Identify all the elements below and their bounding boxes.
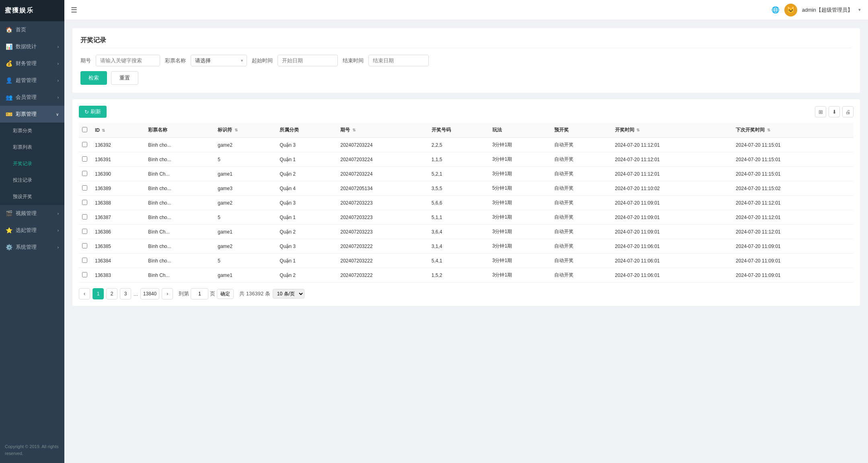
cell-winning-code: 2,2,5 bbox=[428, 138, 489, 152]
username-label[interactable]: admin【超级管理员】 bbox=[802, 6, 853, 14]
table-row: 136391 Bình cho... 5 Quận 1 202407203224… bbox=[79, 152, 854, 167]
chart-icon: 📊 bbox=[6, 43, 12, 50]
header-tag: 标识符 ⇅ bbox=[214, 123, 276, 138]
sort-icon[interactable]: ⇅ bbox=[767, 128, 770, 132]
pagination-goto: 到第 页 确定 bbox=[179, 288, 234, 299]
row-checkbox[interactable] bbox=[82, 156, 87, 162]
cell-category: Quận 3 bbox=[276, 138, 337, 152]
sidebar-item-lottery[interactable]: 🎫 彩票管理 ∨ bbox=[0, 106, 64, 123]
cell-tag: game1 bbox=[214, 167, 276, 181]
sidebar: 蜜獲娱乐 🏠 首页 📊 数据统计 › 💰 财务管理 › 👤 超管管理 › 👥 会… bbox=[0, 0, 64, 463]
toolbar-icons: ⊞ ⬇ 🖨 bbox=[815, 106, 854, 117]
end-time-input[interactable] bbox=[368, 55, 429, 66]
row-checkbox[interactable] bbox=[82, 185, 87, 191]
sidebar-item-lottery-category[interactable]: 彩票分类 bbox=[0, 123, 64, 139]
menu-toggle-button[interactable]: ☰ bbox=[71, 6, 77, 14]
row-checkbox[interactable] bbox=[82, 272, 87, 277]
sidebar-subitem-label: 彩票分类 bbox=[13, 127, 32, 134]
cell-award-time: 2024-07-20 11:10:02 bbox=[612, 181, 733, 196]
filter-row: 期号 彩票名称 请选择 起始时间 结束时间 bbox=[80, 55, 852, 66]
cell-play: 3分钟1期 bbox=[489, 167, 551, 181]
pagination-page-last[interactable]: 13840 bbox=[140, 288, 159, 299]
row-checkbox[interactable] bbox=[82, 229, 87, 234]
sidebar-item-label: 数据统计 bbox=[16, 43, 37, 50]
sort-icon[interactable]: ⇅ bbox=[234, 128, 238, 132]
search-button[interactable]: 检索 bbox=[80, 71, 107, 85]
sidebar-item-label: 视频管理 bbox=[16, 210, 37, 217]
cell-award-time: 2024-07-20 11:09:01 bbox=[612, 196, 733, 210]
row-checkbox[interactable] bbox=[82, 214, 87, 219]
print-icon[interactable]: 🖨 bbox=[842, 106, 854, 117]
avatar: 🐱 bbox=[784, 4, 797, 16]
refresh-icon: ↻ bbox=[84, 109, 89, 115]
cell-pre-award: 自动开奖 bbox=[551, 254, 612, 268]
cell-id: 136383 bbox=[92, 268, 145, 283]
cell-next-award-time: 2024-07-20 11:09:01 bbox=[732, 254, 854, 268]
cell-winning-code: 1,1,5 bbox=[428, 152, 489, 167]
sidebar-item-election[interactable]: ⭐ 选妃管理 › bbox=[0, 222, 64, 239]
cell-period: 202407203222 bbox=[337, 254, 428, 268]
pagination-ellipsis: ... bbox=[134, 291, 138, 297]
globe-icon[interactable]: 🌐 bbox=[771, 6, 780, 14]
cell-lottery-name: Bình Ch... bbox=[145, 167, 214, 181]
sidebar-item-label: 选妃管理 bbox=[16, 227, 37, 234]
row-checkbox-cell bbox=[79, 268, 92, 283]
sidebar-item-member[interactable]: 👥 会员管理 › bbox=[0, 89, 64, 106]
refresh-button[interactable]: ↻ 刷新 bbox=[79, 106, 107, 118]
sidebar-item-lottery-list[interactable]: 彩票列表 bbox=[0, 139, 64, 156]
row-checkbox[interactable] bbox=[82, 258, 87, 263]
sidebar-item-pre-lottery[interactable]: 预设开奖 bbox=[0, 188, 64, 205]
start-time-input[interactable] bbox=[278, 55, 338, 66]
topbar-right: 🌐 🐱 admin【超级管理员】 ▼ bbox=[771, 4, 862, 16]
pagination-prev[interactable]: ‹ bbox=[79, 288, 90, 299]
cell-tag: game2 bbox=[214, 239, 276, 254]
goto-confirm-button[interactable]: 确定 bbox=[217, 289, 234, 299]
pagination-next[interactable]: › bbox=[162, 288, 173, 299]
pagination-page-1[interactable]: 1 bbox=[93, 288, 104, 299]
select-all-checkbox[interactable] bbox=[82, 127, 87, 132]
row-checkbox[interactable] bbox=[82, 142, 87, 147]
goto-input[interactable] bbox=[191, 288, 208, 299]
download-icon[interactable]: ⬇ bbox=[829, 106, 840, 117]
reset-button[interactable]: 重置 bbox=[111, 71, 138, 85]
sidebar-item-data[interactable]: 📊 数据统计 › bbox=[0, 38, 64, 55]
table-row: 136385 Bình cho... game2 Quận 3 20240720… bbox=[79, 239, 854, 254]
cell-id: 136387 bbox=[92, 210, 145, 225]
cell-next-award-time: 2024-07-20 11:12:01 bbox=[732, 210, 854, 225]
sort-icon[interactable]: ⇅ bbox=[102, 128, 105, 133]
pagination-page-3[interactable]: 3 bbox=[120, 288, 131, 299]
row-checkbox[interactable] bbox=[82, 243, 87, 248]
cell-category: Quận 2 bbox=[276, 167, 337, 181]
lottery-name-select[interactable]: 请选择 bbox=[191, 55, 247, 66]
cell-lottery-name: Bình Ch... bbox=[145, 225, 214, 239]
sidebar-item-finance[interactable]: 💰 财务管理 › bbox=[0, 55, 64, 72]
sort-icon[interactable]: ⇅ bbox=[352, 128, 356, 132]
columns-icon[interactable]: ⊞ bbox=[815, 106, 826, 117]
cell-category: Quận 4 bbox=[276, 181, 337, 196]
per-page-select[interactable]: 10 条/页 20 条/页 50 条/页 bbox=[273, 289, 304, 299]
cell-category: Quận 3 bbox=[276, 239, 337, 254]
cell-tag: 5 bbox=[214, 210, 276, 225]
sidebar-item-video[interactable]: 🎬 视频管理 › bbox=[0, 205, 64, 222]
cell-pre-award: 自动开奖 bbox=[551, 196, 612, 210]
row-checkbox[interactable] bbox=[82, 171, 87, 176]
pagination-page-2[interactable]: 2 bbox=[106, 288, 117, 299]
period-input[interactable] bbox=[96, 55, 160, 66]
table-row: 136392 Bình cho... game2 Quận 3 20240720… bbox=[79, 138, 854, 152]
sidebar-item-bet-records[interactable]: 投注记录 bbox=[0, 172, 64, 188]
cell-winning-code: 5,4,1 bbox=[428, 254, 489, 268]
cell-winning-code: 1,5,2 bbox=[428, 268, 489, 283]
sidebar-item-system[interactable]: ⚙️ 系统管理 › bbox=[0, 239, 64, 256]
cell-category: Quận 1 bbox=[276, 152, 337, 167]
finance-icon: 💰 bbox=[6, 60, 12, 67]
cell-award-time: 2024-07-20 11:06:01 bbox=[612, 254, 733, 268]
sidebar-item-home[interactable]: 🏠 首页 bbox=[0, 21, 64, 38]
cell-lottery-name: Bình cho... bbox=[145, 181, 214, 196]
sort-icon[interactable]: ⇅ bbox=[636, 128, 640, 132]
cell-tag: 5 bbox=[214, 254, 276, 268]
sidebar-item-lottery-records[interactable]: 开奖记录 bbox=[0, 156, 64, 172]
sidebar-item-super[interactable]: 👤 超管管理 › bbox=[0, 72, 64, 89]
cell-play: 3分钟1期 bbox=[489, 254, 551, 268]
cell-category: Quận 3 bbox=[276, 196, 337, 210]
row-checkbox[interactable] bbox=[82, 200, 87, 205]
